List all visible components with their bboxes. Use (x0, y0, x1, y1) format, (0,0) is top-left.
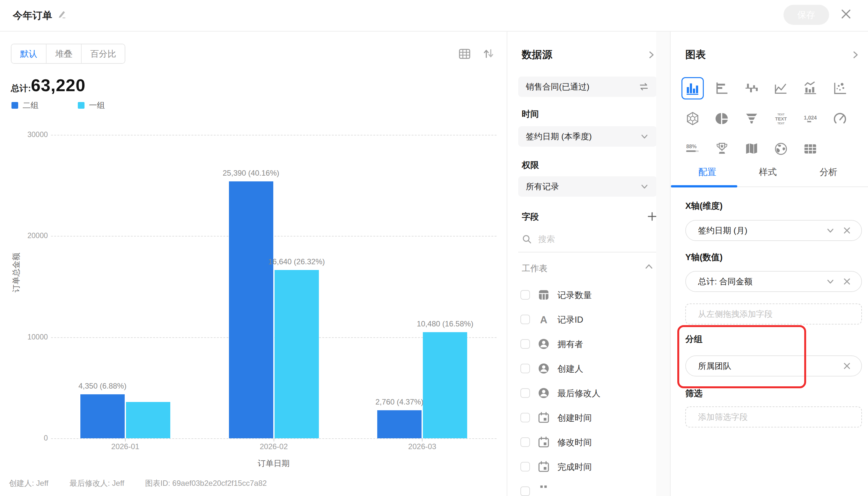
legend-item-一组[interactable]: 一组 (78, 100, 105, 111)
search-input[interactable] (538, 234, 644, 245)
datasource-table-selector[interactable]: 销售合同(已通过) (518, 77, 657, 97)
filter-drop-zone[interactable]: 添加筛选字段 (685, 406, 862, 428)
close-icon[interactable] (841, 9, 851, 19)
field-search (522, 230, 657, 248)
bar-一组-2026-01[interactable] (126, 402, 170, 438)
datasource-collapse-chevron-icon[interactable] (647, 50, 656, 61)
view-tab-0[interactable]: 默认 (12, 44, 46, 63)
bar-label: 10,480 (16.58%) (394, 320, 496, 328)
legend-label: 一组 (89, 100, 105, 111)
chart-type-bidirectional-bar-chart[interactable] (741, 77, 763, 99)
add-field-icon[interactable] (647, 211, 657, 223)
field-checkbox[interactable] (520, 388, 530, 398)
save-button[interactable]: 保存 (783, 5, 829, 25)
group-field-pill[interactable]: 所属团队 (685, 355, 862, 376)
chart-type-progress-display[interactable]: 88% (682, 138, 704, 160)
funnel-chart-icon (744, 111, 759, 126)
permission-dropdown[interactable]: 所有记录 (518, 176, 657, 197)
chart-type-combo-chart[interactable] (799, 77, 821, 99)
chart-type-map-chart[interactable] (741, 138, 763, 160)
chart-type-gauge-chart[interactable] (829, 107, 851, 130)
field-row-创建时间[interactable]: 创建时间 (510, 405, 656, 430)
remove-x-axis-field-icon[interactable] (842, 226, 852, 235)
legend-label: 二组 (22, 100, 39, 111)
chart-type-pie-chart[interactable] (711, 107, 733, 130)
bar-二组-2026-01[interactable] (80, 394, 125, 438)
chart-type-ranking-display[interactable] (711, 138, 733, 160)
field-label: 记录数量 (558, 283, 592, 307)
chart-type-scatter-chart[interactable] (829, 77, 851, 99)
chart-panel-collapse-chevron-icon[interactable] (851, 50, 860, 61)
field-checkbox[interactable] (520, 486, 530, 496)
config-tab-分析[interactable]: 分析 (809, 166, 848, 178)
bar-二组-2026-02[interactable] (229, 181, 273, 438)
chart-type-text-display[interactable]: TEXTTEXTTEXT (770, 107, 792, 130)
field-checkbox[interactable] (520, 462, 530, 471)
edit-title-icon[interactable] (57, 10, 67, 19)
worksheet-collapse-chevron-icon[interactable] (644, 262, 654, 273)
worksheet-section-label: 工作表 (522, 263, 548, 274)
field-checkbox[interactable] (520, 339, 530, 349)
field-checkbox[interactable] (520, 364, 530, 373)
bar-一组-2026-02[interactable] (275, 270, 319, 438)
remove-group-field-icon[interactable] (842, 361, 852, 371)
field-row-拥有者[interactable]: 拥有者 (510, 332, 656, 356)
chart-type-radar-chart[interactable] (682, 107, 704, 130)
x-tick-label: 2026-01 (90, 442, 161, 451)
field-checkbox[interactable] (520, 290, 530, 300)
field-label: 创建时间 (558, 405, 592, 430)
chart-type-line-chart[interactable] (770, 77, 792, 99)
chart-type-table-display[interactable] (799, 138, 821, 160)
field-row-修改时间[interactable]: 修改时间 (510, 430, 656, 454)
person-icon (538, 362, 550, 374)
sort-icon[interactable] (482, 47, 495, 61)
chart-view-tabs: 默认堆叠百分比 (11, 44, 125, 64)
field-row-记录数量[interactable]: 记录数量 (510, 283, 656, 307)
time-range-dropdown[interactable]: 签约日期 (本季度) (518, 126, 657, 146)
field-checkbox[interactable] (520, 413, 530, 422)
y-tick-label: 10000 (13, 333, 48, 341)
y-axis-section-label: Y轴(数值) (685, 251, 722, 263)
view-tab-1[interactable]: 堆叠 (46, 44, 81, 63)
field-row-创建人[interactable]: 创建人 (510, 356, 656, 381)
field-row-partial[interactable] (510, 479, 656, 496)
bar-二组-2026-03[interactable] (377, 410, 422, 438)
config-tab-配置[interactable]: 配置 (688, 166, 727, 178)
calculator-icon (538, 289, 550, 301)
view-tab-2[interactable]: 百分比 (81, 44, 125, 63)
svg-text:1,024: 1,024 (804, 115, 817, 121)
chart-type-number-display[interactable]: 1,024 (799, 107, 821, 130)
chevron-down-icon[interactable] (826, 226, 835, 235)
field-checkbox[interactable] (520, 437, 530, 447)
chart-type-funnel-chart[interactable] (741, 107, 763, 130)
field-row-记录ID[interactable]: A记录ID (510, 307, 656, 332)
remove-y-axis-field-icon[interactable] (842, 277, 852, 286)
gridline (51, 236, 497, 236)
swap-table-icon[interactable] (638, 81, 649, 92)
chart-type-world-map-chart[interactable] (770, 138, 792, 160)
fields-section-label: 字段 (522, 211, 539, 222)
group-section-label: 分组 (685, 334, 702, 345)
y-axis-drop-zone[interactable]: 从左侧拖拽添加字段 (685, 304, 862, 325)
chart-last-editor: 最后修改人: Jeff (70, 478, 124, 489)
chart-type-column-chart[interactable] (682, 77, 704, 99)
table-view-icon[interactable] (459, 48, 471, 61)
field-checkbox[interactable] (520, 315, 530, 324)
legend-item-二组[interactable]: 二组 (12, 100, 39, 111)
chart-type-bar-chart[interactable] (711, 77, 733, 99)
x-tick-label: 2026-02 (239, 442, 309, 451)
calendar-icon (538, 436, 550, 448)
config-tab-样式[interactable]: 样式 (749, 166, 787, 178)
field-label: 最后修改人 (558, 381, 600, 405)
field-row-最后修改人[interactable]: 最后修改人 (510, 381, 656, 405)
gridline (51, 135, 497, 136)
y-axis-field-pill[interactable]: 总计: 合同金额 (685, 271, 862, 292)
bar-一组-2026-03[interactable] (423, 332, 467, 438)
x-axis-tick (125, 438, 126, 441)
person-icon (538, 387, 550, 399)
total-label: 总计: (11, 82, 31, 94)
chart-total: 总计:63,220 (11, 75, 86, 95)
field-row-完成时间[interactable]: 完成时间 (510, 454, 656, 479)
x-axis-field-pill[interactable]: 签约日期 (月) (685, 220, 862, 241)
chevron-down-icon[interactable] (826, 277, 835, 286)
